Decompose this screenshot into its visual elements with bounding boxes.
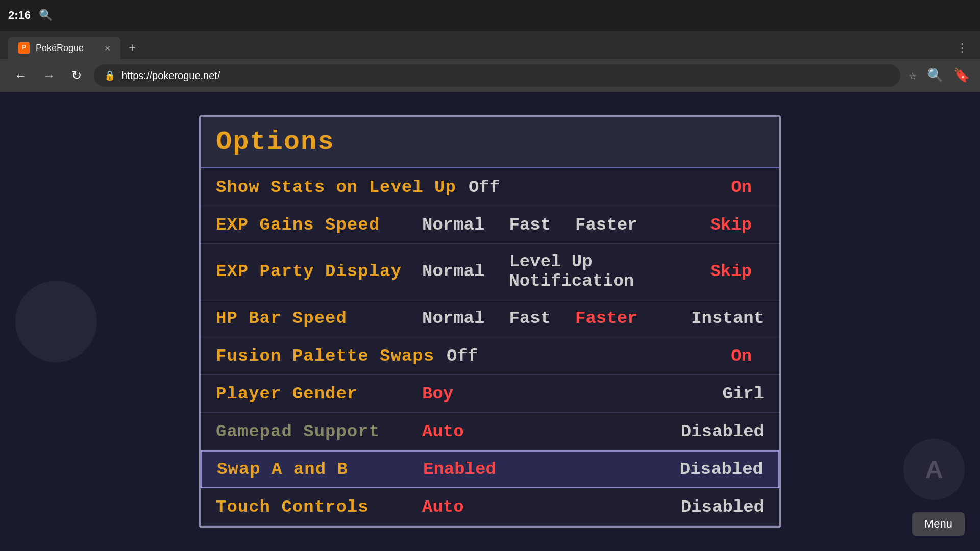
- menu-button[interactable]: Menu: [912, 512, 965, 536]
- option-value-normal-hp: Normal: [410, 309, 497, 328]
- back-button[interactable]: ←: [10, 64, 31, 87]
- nav-actions: ☆ 🔍 🔖: [909, 67, 970, 84]
- option-value-fast-exp: Fast: [497, 215, 563, 235]
- forward-button[interactable]: →: [39, 64, 59, 87]
- search-icon: 🔍: [39, 9, 53, 22]
- url-text: https://pokerogue.net/: [121, 70, 220, 82]
- option-row-exp-party-display[interactable]: EXP Party Display Normal Level Up Notifi…: [201, 244, 779, 299]
- nav-bar: ← → ↻ 🔒 https://pokerogue.net/ ☆ 🔍 🔖: [0, 59, 980, 92]
- controller-right-ghost: A: [903, 439, 965, 500]
- option-label-swap-ab: Swap A and B: [217, 460, 411, 479]
- option-values-fusion-palette: Off On: [434, 346, 764, 366]
- option-label-exp-party-display: EXP Party Display: [216, 262, 410, 281]
- search-page-icon[interactable]: 🔍: [927, 67, 943, 84]
- option-row-exp-gains-speed[interactable]: EXP Gains Speed Normal Fast Faster Skip: [201, 206, 779, 244]
- option-value-enabled-swap: Enabled: [411, 460, 508, 479]
- option-values-swap-ab: Enabled Disabled: [411, 460, 763, 479]
- lock-icon: 🔒: [104, 70, 115, 81]
- option-value-normal-exp: Normal: [410, 215, 497, 235]
- option-label-exp-gains-speed: EXP Gains Speed: [216, 215, 410, 235]
- option-values-player-gender: Boy Girl: [410, 384, 764, 404]
- tab-close-button[interactable]: ✕: [105, 42, 110, 54]
- option-value-off: Off: [456, 178, 512, 197]
- option-value-auto-gamepad: Auto: [410, 422, 476, 441]
- option-values-hp-bar-speed: Normal Fast Faster Instant: [410, 309, 764, 328]
- tab-bar: P PokéRogue ✕ + ⋮: [0, 31, 980, 59]
- option-label-show-stats: Show Stats on Level Up: [216, 178, 456, 197]
- option-row-hp-bar-speed[interactable]: HP Bar Speed Normal Fast Faster Instant: [201, 299, 779, 337]
- option-values-exp-party-display: Normal Level Up Notification Skip: [410, 252, 764, 291]
- option-label-fusion-palette: Fusion Palette Swaps: [216, 346, 434, 366]
- option-row-touch-controls[interactable]: Touch Controls Auto Disabled: [201, 488, 779, 526]
- option-row-swap-ab[interactable]: Swap A and B Enabled Disabled: [201, 450, 779, 488]
- option-values-gamepad-support: Auto Disabled: [410, 422, 764, 441]
- option-row-fusion-palette[interactable]: Fusion Palette Swaps Off On: [201, 337, 779, 375]
- option-row-player-gender[interactable]: Player Gender Boy Girl: [201, 375, 779, 413]
- option-row-show-stats[interactable]: Show Stats on Level Up Off On: [201, 168, 779, 206]
- tab-title: PokéRogue: [36, 43, 99, 54]
- title-bar: 2:16 🔍: [0, 0, 980, 31]
- option-value-boy: Boy: [410, 384, 465, 404]
- option-value-levelup-notify: Level Up Notification: [497, 252, 698, 291]
- option-value-skip-exp: Skip: [698, 215, 764, 235]
- controller-left-ghost: [15, 281, 97, 362]
- options-body: Show Stats on Level Up Off On EXP Gains …: [201, 168, 779, 526]
- option-values-exp-gains-speed: Normal Fast Faster Skip: [410, 215, 764, 235]
- active-tab[interactable]: P PokéRogue ✕: [8, 37, 120, 59]
- option-value-disabled-gamepad: Disabled: [669, 422, 764, 441]
- option-value-disabled-swap: Disabled: [668, 460, 763, 479]
- option-value-skip-party: Skip: [698, 262, 764, 281]
- option-value-auto-touch: Auto: [410, 497, 476, 517]
- option-label-player-gender: Player Gender: [216, 384, 410, 404]
- new-tab-button[interactable]: +: [122, 37, 142, 59]
- option-value-on-fusion: On: [719, 346, 764, 366]
- controller-a-letter: A: [925, 456, 943, 484]
- address-bar[interactable]: 🔒 https://pokerogue.net/: [94, 64, 900, 87]
- options-header: Options: [201, 117, 779, 168]
- option-label-touch-controls: Touch Controls: [216, 497, 410, 517]
- option-values-touch-controls: Auto Disabled: [410, 497, 764, 517]
- options-title: Options: [216, 127, 334, 157]
- favicon-letter: P: [22, 44, 26, 52]
- option-label-hp-bar-speed: HP Bar Speed: [216, 309, 410, 328]
- tab-favicon: P: [18, 42, 30, 54]
- option-values-show-stats: Off On: [456, 178, 764, 197]
- time-display: 2:16: [8, 9, 31, 22]
- option-row-gamepad-support[interactable]: Gamepad Support Auto Disabled: [201, 413, 779, 450]
- option-label-gamepad-support: Gamepad Support: [216, 422, 410, 441]
- option-value-faster-exp: Faster: [563, 215, 650, 235]
- options-dialog: Options Show Stats on Level Up Off On EX…: [199, 115, 781, 528]
- option-value-fast-hp: Fast: [497, 309, 563, 328]
- game-area: Options Show Stats on Level Up Off On EX…: [0, 92, 980, 551]
- browser-menu-button[interactable]: ⋮: [952, 37, 972, 59]
- option-value-disabled-touch: Disabled: [669, 497, 764, 517]
- bookmark-icon[interactable]: 🔖: [953, 67, 970, 84]
- option-value-instant-hp: Instant: [679, 309, 764, 328]
- reload-button[interactable]: ↻: [67, 64, 86, 87]
- option-value-on: On: [719, 178, 764, 197]
- option-value-faster-hp: Faster: [563, 309, 650, 328]
- bookmark-star-icon[interactable]: ☆: [909, 67, 917, 84]
- browser-chrome: 2:16 🔍 P PokéRogue ✕ + ⋮ ← → ↻ 🔒 https:/…: [0, 0, 980, 92]
- option-value-girl: Girl: [710, 384, 764, 404]
- option-value-normal-party: Normal: [410, 262, 497, 281]
- option-value-off-fusion: Off: [434, 346, 490, 366]
